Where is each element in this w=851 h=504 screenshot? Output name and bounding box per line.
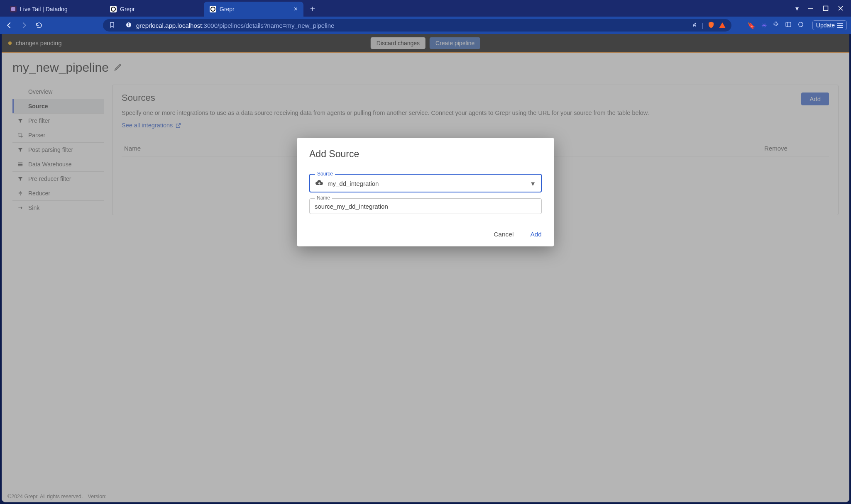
- modal-cancel-button[interactable]: Cancel: [494, 231, 514, 238]
- address-bar: greprlocal.app.localhost:3000/pipelines/…: [0, 17, 851, 34]
- svg-point-3: [128, 23, 129, 24]
- brave-shield-icon[interactable]: [707, 21, 715, 30]
- close-window-icon[interactable]: [838, 5, 844, 11]
- forward-button[interactable]: [19, 20, 29, 30]
- brave-rewards-icon[interactable]: [797, 21, 804, 29]
- bookmark-icon[interactable]: [109, 22, 115, 29]
- site-info-icon[interactable]: [125, 22, 132, 29]
- browser-tab-1[interactable]: Grepr: [104, 2, 204, 17]
- browser-tab-0[interactable]: Live Tail | Datadog: [4, 2, 104, 17]
- extension-icon[interactable]: ✳: [761, 22, 767, 29]
- app-viewport: changes pending Discard changes Create p…: [2, 34, 849, 502]
- sidebar-toggle-icon[interactable]: [785, 21, 792, 29]
- update-button[interactable]: Update: [812, 20, 847, 30]
- cloud-upload-icon: [315, 179, 323, 188]
- name-field-label: Name: [315, 195, 332, 201]
- share-icon[interactable]: [691, 22, 697, 29]
- back-button[interactable]: [4, 20, 14, 30]
- svg-rect-4: [786, 22, 791, 27]
- update-label: Update: [816, 22, 835, 29]
- browser-tab-2[interactable]: Grepr ×: [204, 2, 303, 17]
- add-source-modal: Add Source Source my_dd_integration ▼ Na…: [297, 138, 554, 246]
- svg-rect-0: [824, 6, 828, 11]
- source-field-label: Source: [315, 171, 335, 177]
- close-tab-icon[interactable]: ×: [294, 5, 298, 13]
- modal-add-button[interactable]: Add: [530, 231, 542, 238]
- svg-rect-2: [128, 24, 129, 26]
- name-input-field[interactable]: Name: [309, 198, 542, 214]
- url-field[interactable]: greprlocal.app.localhost:3000/pipelines/…: [103, 19, 731, 32]
- warning-triangle-icon[interactable]: [719, 22, 726, 28]
- window-controls: ▾: [795, 5, 851, 12]
- url-text: greprlocal.app.localhost:3000/pipelines/…: [136, 22, 334, 29]
- browser-tabstrip: Live Tail | Datadog Grepr Grepr × ＋ ▾: [0, 0, 851, 17]
- modal-title: Add Source: [309, 149, 542, 160]
- reload-button[interactable]: [34, 20, 44, 30]
- menu-icon: [837, 23, 843, 28]
- extensions-button-icon[interactable]: [773, 21, 779, 29]
- tab-title: Grepr: [220, 6, 235, 12]
- chevron-down-icon[interactable]: ▾: [795, 5, 799, 12]
- extension-icon[interactable]: 🔖: [747, 22, 756, 29]
- extension-icons: 🔖 ✳: [747, 21, 804, 29]
- favicon-icon: [110, 6, 117, 12]
- source-select-field[interactable]: Source my_dd_integration ▼: [309, 174, 542, 192]
- favicon-icon: [10, 6, 17, 12]
- tab-title: Grepr: [120, 6, 135, 12]
- tab-title: Live Tail | Datadog: [20, 6, 68, 12]
- modal-overlay[interactable]: Add Source Source my_dd_integration ▼ Na…: [2, 34, 849, 502]
- maximize-icon[interactable]: [823, 5, 829, 11]
- minimize-icon[interactable]: [808, 5, 814, 11]
- source-selected-value: my_dd_integration: [328, 180, 379, 187]
- new-tab-button[interactable]: ＋: [306, 2, 319, 15]
- favicon-icon: [210, 6, 216, 12]
- chevron-down-icon: ▼: [530, 180, 536, 187]
- name-input[interactable]: [315, 203, 536, 210]
